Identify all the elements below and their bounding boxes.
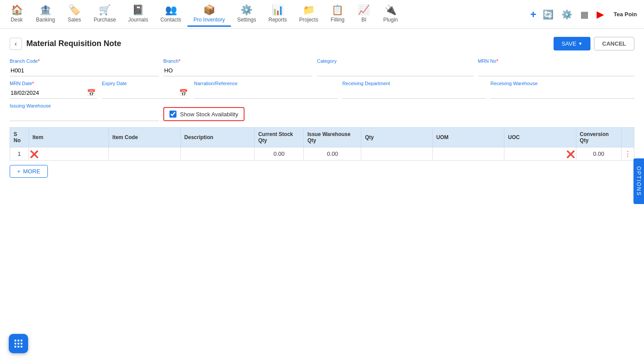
plugin-icon: 🔌: [385, 4, 396, 16]
nav-item-filling[interactable]: 📋Filling: [324, 2, 351, 27]
cancel-button[interactable]: CANCEL: [594, 37, 634, 50]
pro-inventory-icon: 📦: [203, 4, 215, 16]
cell-uom: [432, 147, 504, 161]
uoc-input[interactable]: [507, 151, 573, 157]
purchase-label: Purchase: [94, 17, 116, 23]
branch-code-input[interactable]: H001: [10, 65, 159, 76]
back-button[interactable]: ‹: [10, 38, 22, 50]
table-body: 1 ❌ 0.000.00 ❌ 0.00⋮: [10, 147, 634, 161]
show-stock-availability-box[interactable]: Show Stock Availability: [163, 107, 245, 121]
nav-item-banking[interactable]: 🏦Banking: [30, 2, 61, 27]
nav-item-sales[interactable]: 🏷️Sales: [61, 2, 87, 27]
mrn-date-input[interactable]: 18/02/2024: [10, 87, 85, 98]
nav-item-projects[interactable]: 📁Projects: [293, 2, 324, 27]
branch-input[interactable]: HO: [163, 65, 313, 76]
main-content: ‹ Material Requisition Note SAVE ▼ CANCE…: [0, 29, 644, 362]
receiving-warehouse-input[interactable]: [490, 87, 634, 99]
description-input[interactable]: [183, 151, 252, 157]
apps-icon: [13, 338, 24, 349]
more-button[interactable]: + MORE: [10, 165, 48, 178]
contacts-label: Contacts: [160, 17, 181, 23]
col-header-sno: S No: [10, 128, 29, 147]
settings-icon[interactable]: ⚙️: [560, 7, 574, 22]
svg-rect-4: [18, 343, 19, 344]
category-group: Category: [317, 58, 474, 76]
mrn-date-label: MRN Date*: [10, 81, 97, 86]
col-header-uom: UOM: [432, 128, 504, 147]
table-header-row: S NoItemItem CodeDescriptionCurrent Stoc…: [10, 128, 634, 147]
cell-description: [180, 147, 254, 161]
bi-icon: 📈: [358, 4, 370, 16]
svg-rect-8: [21, 346, 22, 348]
reports-icon: 📊: [272, 4, 284, 16]
cell-current-stock-qty: 0.00: [255, 147, 304, 161]
branch-label: Branch*: [163, 58, 313, 64]
nav-item-pro-inventory[interactable]: 📦Pro Inventory: [187, 2, 231, 27]
branch-group: Branch* HO: [163, 58, 313, 76]
filling-icon: 📋: [331, 4, 343, 16]
more-icon: +: [17, 168, 21, 175]
col-header-remove: [621, 128, 634, 147]
branch-code-group: Branch Code* H001: [10, 58, 159, 76]
save-label: SAVE: [561, 40, 576, 47]
cell-item: ❌: [29, 147, 108, 161]
issuing-warehouse-input[interactable]: [10, 110, 159, 121]
svg-rect-2: [21, 340, 22, 341]
add-button[interactable]: +: [530, 8, 536, 21]
category-label: Category: [317, 58, 474, 64]
nav-item-purchase[interactable]: 🛒Purchase: [87, 2, 122, 27]
svg-rect-7: [18, 346, 19, 348]
svg-rect-0: [14, 340, 16, 341]
item-input[interactable]: [32, 151, 106, 157]
options-sidebar[interactable]: OPTIONS: [633, 158, 644, 204]
nav-item-settings[interactable]: ⚙️Settings: [231, 2, 262, 27]
expiry-date-calendar-icon[interactable]: 📅: [177, 88, 190, 98]
nav-item-bi[interactable]: 📈BI: [351, 2, 377, 27]
nav-item-reports[interactable]: 📊Reports: [263, 2, 293, 27]
uom-input[interactable]: [435, 151, 501, 157]
nav-item-contacts[interactable]: 👥Contacts: [154, 2, 187, 27]
grid-icon[interactable]: ▦: [579, 7, 590, 22]
remove-row-button[interactable]: ❌: [30, 150, 39, 158]
svg-rect-6: [14, 346, 16, 348]
reports-label: Reports: [269, 17, 287, 23]
user-menu-button[interactable]: Tea Poin: [610, 9, 640, 19]
mrn-date-calendar-icon[interactable]: 📅: [85, 88, 97, 98]
cell-item-code: [109, 147, 181, 161]
col-header-conversion_qty: Conversion Qty: [576, 128, 621, 147]
nav-item-desk[interactable]: 🏠Desk: [4, 2, 30, 27]
qty-input[interactable]: [364, 151, 429, 157]
mrn-no-input[interactable]: [478, 65, 635, 76]
contacts-icon: 👥: [165, 4, 177, 16]
settings-label: Settings: [237, 17, 256, 23]
youtube-icon[interactable]: ▶: [595, 7, 606, 22]
receiving-dept-input[interactable]: [342, 87, 486, 99]
more-label: MORE: [23, 168, 40, 175]
expiry-date-group: Expiry Date 📅: [102, 81, 190, 99]
journals-icon: 📓: [132, 4, 144, 16]
form-row-1: Branch Code* H001 Branch* HO Category MR…: [10, 58, 634, 76]
desk-icon: 🏠: [11, 4, 23, 16]
page-title: Material Requisition Note: [26, 39, 554, 48]
row-action-button[interactable]: ⋮: [624, 150, 631, 158]
apps-fab-button[interactable]: [9, 334, 28, 353]
item-code-input[interactable]: [112, 151, 178, 157]
sales-label: Sales: [68, 17, 81, 23]
expiry-date-label: Expiry Date: [102, 81, 190, 86]
col-header-item_code: Item Code: [109, 128, 181, 147]
mrn-no-group: MRN No*: [478, 58, 635, 76]
nav-item-plugin[interactable]: 🔌Plugin: [377, 2, 404, 27]
nav-item-journals[interactable]: 📓Journals: [122, 2, 154, 27]
remove-uoc-button[interactable]: ❌: [566, 150, 575, 158]
show-stock-label[interactable]: Show Stock Availability: [180, 111, 238, 118]
expiry-date-input[interactable]: [102, 87, 177, 98]
narration-input[interactable]: [194, 87, 338, 99]
save-button[interactable]: SAVE ▼: [554, 37, 590, 50]
show-stock-checkbox[interactable]: [169, 111, 176, 118]
pro-inventory-label: Pro Inventory: [194, 17, 225, 23]
filling-label: Filling: [331, 17, 344, 23]
cell-extra: ⋮: [621, 147, 634, 161]
journals-label: Journals: [128, 17, 148, 23]
refresh-icon[interactable]: 🔄: [541, 7, 555, 22]
category-input[interactable]: [317, 65, 474, 76]
